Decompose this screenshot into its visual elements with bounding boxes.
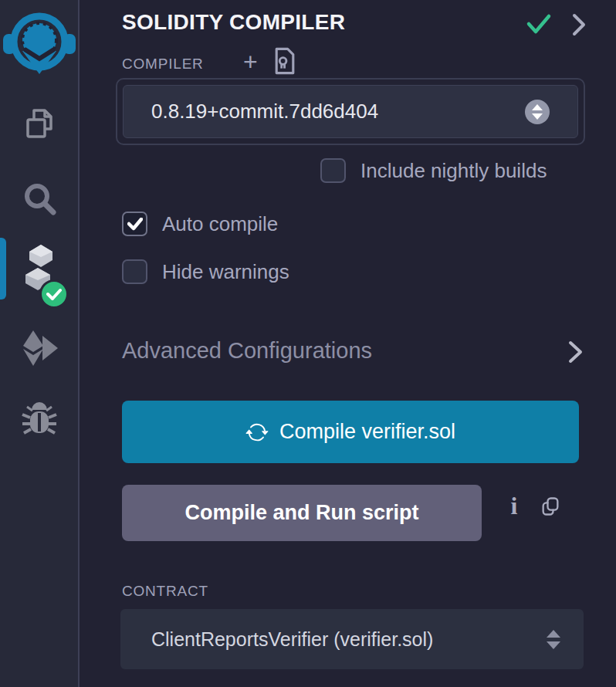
add-custom-compiler-icon[interactable]: + xyxy=(243,49,258,74)
sidebar-item-search[interactable] xyxy=(0,176,78,224)
info-icon[interactable]: i xyxy=(503,492,526,520)
compiler-section-label: COMPILER xyxy=(122,56,204,73)
copy-icon[interactable] xyxy=(540,496,561,520)
sidebar-item-file-explorer[interactable] xyxy=(0,101,78,146)
file-explorer-icon xyxy=(19,103,59,144)
compile-success-badge xyxy=(39,279,69,309)
select-updown-icon xyxy=(525,100,550,124)
compile-button[interactable]: Compile verifier.sol xyxy=(122,401,579,463)
contract-select[interactable]: ClientReportsVerifier (verifier.sol) xyxy=(120,609,584,669)
compiler-version-select-wrap: 0.8.19+commit.7dd6d404 xyxy=(116,78,585,145)
contract-select-value: ClientReportsVerifier (verifier.sol) xyxy=(120,628,547,651)
compile-button-label: Compile verifier.sol xyxy=(279,420,455,444)
hide-warnings-checkbox[interactable] xyxy=(122,259,147,284)
compile-and-run-button[interactable]: Compile and Run script xyxy=(122,485,482,541)
remix-logo[interactable] xyxy=(2,5,77,82)
debugger-bug-icon xyxy=(18,399,61,442)
compiler-from-file-icon[interactable] xyxy=(272,47,297,78)
sidebar-item-debugger[interactable] xyxy=(0,397,78,445)
icon-sidebar xyxy=(0,0,80,687)
contract-select-updown-icon xyxy=(547,630,560,649)
sidebar-item-solidity-compiler[interactable] xyxy=(0,238,78,300)
page-title: SOLIDITY COMPILER xyxy=(122,10,345,35)
contract-section-label: CONTRACT xyxy=(122,583,208,600)
auto-compile-checkbox[interactable] xyxy=(122,212,147,236)
advanced-configurations-chevron-icon[interactable] xyxy=(566,340,584,367)
checkbox-check-icon xyxy=(127,218,143,231)
refresh-icon xyxy=(245,421,269,444)
hide-warnings-label[interactable]: Hide warnings xyxy=(162,260,289,284)
advanced-configurations-toggle[interactable]: Advanced Configurations xyxy=(122,338,372,364)
nightly-builds-checkbox[interactable] xyxy=(320,158,346,183)
remix-logo-icon xyxy=(2,5,77,79)
compile-status-check-icon xyxy=(526,12,552,39)
compiler-version-select[interactable]: 0.8.19+commit.7dd6d404 xyxy=(123,85,578,138)
panel-collapse-chevron-icon[interactable] xyxy=(570,12,587,40)
compiler-version-value: 0.8.19+commit.7dd6d404 xyxy=(124,100,525,124)
compile-and-run-label: Compile and Run script xyxy=(184,501,418,524)
active-tab-indicator xyxy=(0,238,6,300)
search-icon xyxy=(19,178,60,222)
auto-compile-label[interactable]: Auto compile xyxy=(162,212,278,236)
solidity-compiler-panel: SOLIDITY COMPILER COMPILER + 0.8.19+comm… xyxy=(80,0,616,687)
deploy-run-icon xyxy=(17,328,62,368)
nightly-builds-label[interactable]: Include nightly builds xyxy=(360,159,547,183)
sidebar-item-deploy-and-run[interactable] xyxy=(0,324,78,372)
